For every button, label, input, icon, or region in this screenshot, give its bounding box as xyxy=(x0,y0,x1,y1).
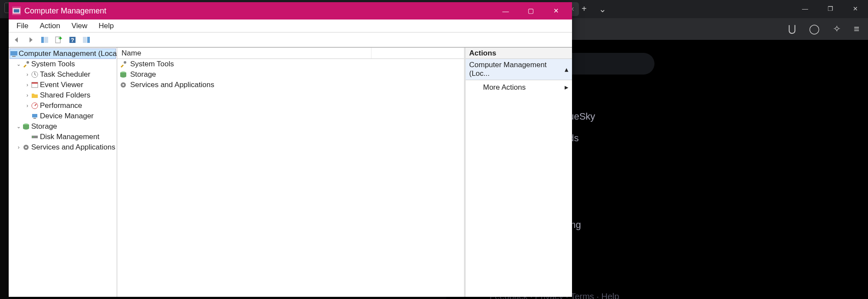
svg-point-22 xyxy=(33,136,33,137)
tree-label: Shared Folders xyxy=(40,91,90,100)
app-icon xyxy=(12,6,21,15)
tools-icon xyxy=(119,60,128,68)
minimize-button[interactable]: — xyxy=(493,2,518,20)
more-actions-label: More Actions xyxy=(483,83,526,92)
disk-icon xyxy=(30,133,39,141)
browser-minimize-button[interactable]: — xyxy=(792,0,818,17)
collapse-up-icon[interactable]: ▴ xyxy=(565,65,569,74)
browser-maximize-button[interactable]: ❐ xyxy=(818,0,843,17)
menu-action[interactable]: Action xyxy=(34,20,65,32)
tab-list-button[interactable]: ⌄ xyxy=(599,4,606,14)
collapse-icon[interactable]: ⌄ xyxy=(16,124,22,130)
computer-management-window: Computer Management — ▢ ✕ File Action Vi… xyxy=(9,2,572,297)
services-icon xyxy=(22,143,30,151)
tree-item-storage[interactable]: ⌄ Storage xyxy=(10,121,116,132)
tree-label: System Tools xyxy=(31,60,75,68)
svg-rect-7 xyxy=(83,37,87,43)
column-header-name[interactable]: Name xyxy=(120,48,372,58)
tree-item-disk-management[interactable]: Disk Management xyxy=(10,132,116,142)
list-item-system-tools[interactable]: System Tools xyxy=(117,59,464,69)
tree-label: Task Scheduler xyxy=(40,70,90,79)
tree-label: Event Viewer xyxy=(40,81,83,89)
extensions-icon[interactable]: ✧ xyxy=(833,23,841,35)
actions-context-label: Computer Management (Loc... xyxy=(469,61,565,78)
device-icon xyxy=(30,112,39,120)
tree-item-performance[interactable]: › Performance xyxy=(10,101,116,111)
menu-view[interactable]: View xyxy=(66,20,93,32)
close-button[interactable]: ✕ xyxy=(543,2,569,20)
expand-icon[interactable]: › xyxy=(24,82,30,88)
svg-rect-8 xyxy=(87,37,90,43)
performance-icon xyxy=(30,102,39,110)
tree-item-system-tools[interactable]: ⌄ System Tools xyxy=(10,59,116,69)
svg-rect-1 xyxy=(14,9,20,13)
window-title: Computer Management xyxy=(24,6,106,16)
expand-icon[interactable]: › xyxy=(24,72,30,78)
menu-help[interactable]: Help xyxy=(93,20,119,32)
list-item-storage[interactable]: Storage xyxy=(117,69,464,80)
list-header[interactable]: Name xyxy=(117,48,464,59)
more-actions-item[interactable]: More Actions ▸ xyxy=(466,80,572,94)
expand-icon[interactable]: › xyxy=(24,92,30,98)
forward-button[interactable] xyxy=(24,34,37,46)
svg-rect-2 xyxy=(41,37,44,43)
maximize-button[interactable]: ▢ xyxy=(518,2,543,20)
storage-icon xyxy=(22,123,30,130)
tree-item-task-scheduler[interactable]: › Task Scheduler xyxy=(10,69,116,80)
list-item-label: Storage xyxy=(130,70,156,79)
clock-icon xyxy=(30,71,39,78)
tree-label: Performance xyxy=(40,101,82,110)
svg-rect-9 xyxy=(10,51,17,55)
list-item-label: System Tools xyxy=(130,60,174,68)
actions-title: Actions xyxy=(466,48,572,59)
show-hide-tree-button[interactable] xyxy=(38,34,51,46)
hamburger-menu-icon[interactable]: ≡ xyxy=(854,23,859,35)
svg-rect-16 xyxy=(32,114,37,117)
tree-item-device-manager[interactable]: Device Manager xyxy=(10,111,116,121)
tree-label: Device Manager xyxy=(40,112,94,120)
svg-point-28 xyxy=(120,75,126,78)
expand-icon[interactable]: › xyxy=(24,103,30,109)
svg-text:?: ? xyxy=(71,37,74,43)
event-icon xyxy=(30,81,39,89)
menubar: File Action View Help xyxy=(9,20,572,32)
svg-point-25 xyxy=(124,61,126,64)
actions-context[interactable]: Computer Management (Loc... ▴ xyxy=(466,59,572,80)
list-item-services-apps[interactable]: Services and Applications xyxy=(117,80,464,90)
titlebar[interactable]: Computer Management — ▢ ✕ xyxy=(9,2,572,20)
tree-label: Services and Applications xyxy=(31,143,115,152)
tree-item-shared-folders[interactable]: › Shared Folders xyxy=(10,90,116,101)
toolbar: ? xyxy=(9,32,572,47)
export-button[interactable] xyxy=(52,34,65,46)
collapse-icon[interactable]: ⌄ xyxy=(16,61,22,67)
actions-pane: Actions Computer Management (Loc... ▴ Mo… xyxy=(466,48,572,297)
pocket-icon[interactable]: ⋃ xyxy=(788,23,796,35)
svg-rect-10 xyxy=(12,56,16,57)
computer-icon xyxy=(10,50,18,58)
storage-icon xyxy=(119,71,128,78)
new-tab-button[interactable]: + xyxy=(582,4,587,14)
folder-share-icon xyxy=(30,91,39,99)
tree-item-event-viewer[interactable]: › Event Viewer xyxy=(10,80,116,90)
submenu-arrow-icon: ▸ xyxy=(565,83,569,92)
svg-rect-17 xyxy=(33,118,36,119)
svg-point-11 xyxy=(26,61,29,64)
expand-icon[interactable]: › xyxy=(16,144,22,150)
browser-close-button[interactable]: ✕ xyxy=(843,0,868,17)
menu-file[interactable]: File xyxy=(11,20,33,32)
tree-item-services-apps[interactable]: › Services and Applications xyxy=(10,142,116,153)
svg-point-20 xyxy=(23,127,29,130)
tree-label: Computer Management (Local) xyxy=(19,49,117,58)
list-item-label: Services and Applications xyxy=(130,81,214,89)
show-actions-button[interactable] xyxy=(80,34,93,46)
svg-rect-14 xyxy=(32,82,38,84)
list-pane: Name System Tools Storage Services and A… xyxy=(117,48,466,297)
svg-point-30 xyxy=(122,84,124,86)
services-icon xyxy=(119,81,128,89)
tree-label: Disk Management xyxy=(40,133,99,141)
account-icon[interactable]: ◯ xyxy=(809,23,820,35)
svg-point-24 xyxy=(25,146,27,148)
back-button[interactable] xyxy=(10,34,23,46)
tree-root[interactable]: Computer Management (Local) xyxy=(10,49,116,59)
help-button[interactable]: ? xyxy=(66,34,79,46)
